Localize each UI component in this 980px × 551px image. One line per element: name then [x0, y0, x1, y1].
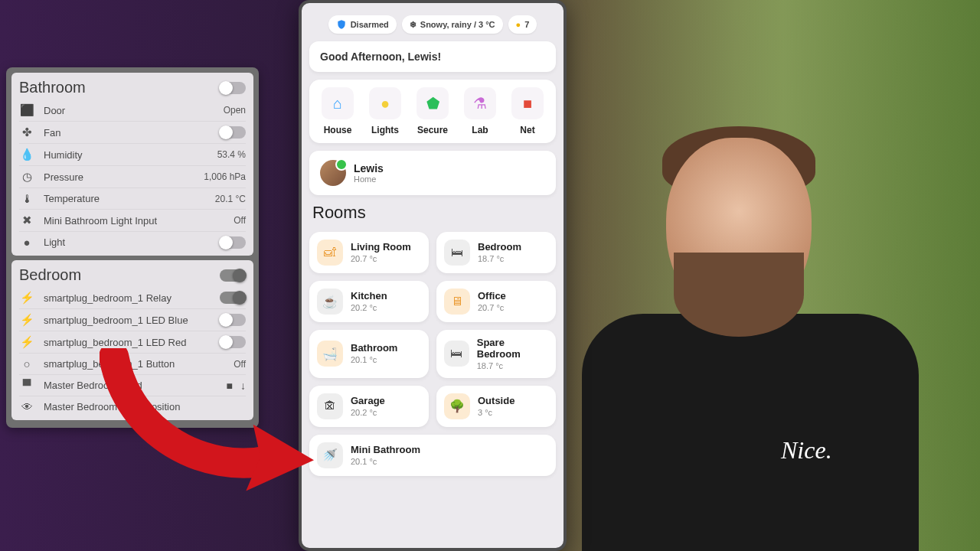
entity-value: 1,006 hPa	[204, 171, 246, 182]
room-name: Spare Bedroom	[477, 337, 548, 360]
room-card[interactable]: 🛋 Living Room 20.7 °c	[309, 232, 429, 273]
room-icon: 🛋	[317, 240, 343, 266]
entity-toggle[interactable]	[220, 336, 246, 348]
entity-toggle[interactable]	[220, 292, 246, 304]
entity-toggle[interactable]	[220, 314, 246, 326]
room-card[interactable]: 🛏 Spare Bedroom 18.7 °c	[436, 330, 556, 378]
entity-value: 20.1 °C	[215, 194, 246, 204]
tile-lab[interactable]: ⚗ Lab	[459, 87, 501, 135]
tile-net[interactable]: ■ Net	[507, 87, 548, 135]
humidity-icon: 💧	[19, 148, 34, 161]
room-name: Garage	[351, 396, 385, 407]
room-temp: 18.7 °c	[478, 254, 521, 263]
quick-tiles-row: ⌂ House● Lights⬟ Secure⚗ Lab■ Net	[309, 80, 556, 143]
person-photo: Nice.	[551, 92, 949, 551]
room-icon: 🏚	[317, 393, 343, 419]
room-icon: 🌳	[444, 393, 470, 419]
door-icon: ⬛	[19, 103, 34, 117]
entity-toggle[interactable]	[220, 236, 246, 249]
weather-text: Snowy, rainy / 3 °C	[420, 20, 495, 29]
lab-icon: ⚗	[464, 87, 496, 119]
entity-row: ●Light	[19, 231, 246, 253]
lights-icon: ●	[369, 87, 401, 119]
room-temp: 20.7 °c	[478, 303, 506, 312]
bedroom-card: Bedroom ⚡smartplug_bedroom_1 Relay⚡smart…	[11, 260, 253, 420]
fan-icon: ✤	[19, 126, 34, 139]
bolt-icon: ⚡	[19, 335, 34, 349]
entity-row: ✤Fan	[19, 121, 246, 143]
room-card[interactable]: 🛏 Bedroom 18.7 °c	[436, 232, 556, 273]
tile-label: Net	[507, 125, 548, 135]
entity-row: 💧Humidity53.4 %	[19, 143, 246, 165]
rooms-grid: 🛋 Living Room 20.7 °c🛏 Bedroom 18.7 °c☕ …	[309, 232, 556, 476]
room-card[interactable]: 🛁 Bathroom 20.1 °c	[309, 330, 429, 378]
person-location: Home	[354, 174, 384, 184]
entity-row: ⚡smartplug_bedroom_1 LED Blue	[19, 308, 246, 331]
room-icon: 🖥	[444, 289, 470, 315]
room-name: Living Room	[351, 242, 411, 253]
entity-value: Off	[234, 359, 246, 370]
bedroom-master-toggle[interactable]	[220, 269, 246, 282]
blind-down-button[interactable]: ↓	[240, 380, 246, 392]
entity-value: Open	[224, 105, 246, 116]
room-name: Bathroom	[351, 343, 397, 354]
circle-icon: ○	[19, 357, 34, 370]
shirt-text: Nice.	[781, 436, 832, 465]
person-name: Lewis	[354, 162, 384, 174]
room-icon: 🚿	[317, 442, 343, 468]
tile-lights[interactable]: ● Lights	[364, 87, 406, 135]
room-card[interactable]: 🏚 Garage 20.2 °c	[309, 386, 429, 427]
room-card[interactable]: 🖥 Office 20.7 °c	[436, 281, 556, 322]
entity-label: Master Bedroom Blind Position	[44, 401, 246, 412]
room-icon: 🛏	[444, 240, 470, 266]
tile-label: Secure	[412, 125, 453, 135]
alarm-status-pill[interactable]: Disarmed	[328, 15, 397, 34]
entity-label: smartplug_bedroom_1 Relay	[44, 292, 211, 304]
avatar	[320, 160, 346, 186]
room-icon: 🛁	[317, 341, 343, 367]
entity-value: 53.4 %	[217, 149, 246, 160]
room-temp: 20.1 °c	[351, 355, 397, 364]
entity-toggle[interactable]	[220, 126, 246, 139]
legacy-dashboard-panel: Bathroom ⬛DoorOpen✤Fan💧Humidity53.4 %◷Pr…	[6, 67, 259, 428]
entity-label: Master Bedroom Blind	[44, 380, 217, 391]
blind-icon: ▀	[19, 379, 34, 392]
entity-row: ⚡smartplug_bedroom_1 LED Red	[19, 331, 246, 353]
room-icon: ☕	[317, 289, 343, 315]
entity-label: smartplug_bedroom_1 LED Red	[44, 337, 211, 348]
bathroom-title: Bathroom	[19, 79, 86, 96]
pressure-icon: ◷	[19, 170, 34, 184]
tile-label: House	[317, 125, 358, 135]
room-icon: 🛏	[444, 341, 469, 367]
bolt-icon: ⚡	[19, 291, 34, 305]
bathroom-master-toggle[interactable]	[220, 82, 246, 94]
room-temp: 20.1 °c	[351, 457, 420, 466]
entity-row: ⚡smartplug_bedroom_1 Relay	[19, 287, 246, 308]
entity-label: Humidity	[44, 149, 208, 161]
weather-icon: ❄	[410, 20, 416, 30]
weather-pill[interactable]: ❄ Snowy, rainy / 3 °C	[402, 15, 503, 34]
entity-row: ▀Master Bedroom Blind■↓	[19, 374, 246, 396]
blind-controls: ■↓	[227, 380, 246, 392]
greeting-card: Good Afternoon, Lewis!	[309, 41, 556, 72]
entity-label: Temperature	[44, 193, 206, 204]
room-temp: 20.7 °c	[351, 254, 411, 263]
alarm-status-text: Disarmed	[351, 20, 389, 29]
room-temp: 20.2 °c	[351, 408, 385, 417]
room-card[interactable]: 🚿 Mini Bathroom 20.1 °c	[309, 435, 556, 476]
blind-stop-button[interactable]: ■	[227, 380, 233, 392]
bulb-icon: ●	[19, 236, 34, 249]
tile-secure[interactable]: ⬟ Secure	[412, 87, 453, 135]
tile-label: Lights	[364, 125, 406, 135]
lights-count-pill[interactable]: ● 7	[508, 15, 537, 34]
net-icon: ■	[511, 87, 544, 119]
bathroom-card: Bathroom ⬛DoorOpen✤Fan💧Humidity53.4 %◷Pr…	[11, 73, 253, 256]
room-temp: 20.2 °c	[351, 303, 387, 312]
room-card[interactable]: ☕ Kitchen 20.2 °c	[309, 281, 429, 322]
tile-house[interactable]: ⌂ House	[317, 87, 358, 135]
new-dashboard-phone[interactable]: Disarmed ❄ Snowy, rainy / 3 °C ● 7 Good …	[299, 0, 567, 551]
room-card[interactable]: 🌳 Outside 3 °c	[436, 386, 556, 427]
entity-row: 🌡Temperature20.1 °C	[19, 187, 246, 209]
entity-label: Light	[44, 236, 211, 248]
person-card[interactable]: Lewis Home	[309, 151, 556, 195]
